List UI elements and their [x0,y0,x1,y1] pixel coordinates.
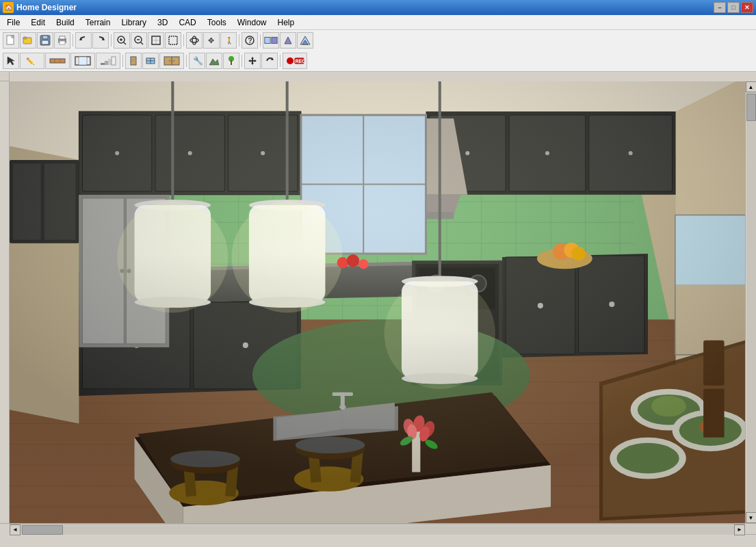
scrollbar-vertical[interactable]: ▲ ▼ [745,81,756,523]
status-bar [0,534,756,547]
menu-edit[interactable]: Edit [25,15,51,29]
svg-text:🔧: 🔧 [193,55,203,66]
separator-6 [121,53,125,69]
scroll-track-vertical[interactable] [746,92,756,512]
title-bar: 🏠 Home Designer – □ ✕ [0,0,756,15]
room-tool[interactable] [70,53,95,69]
floorplan-button[interactable] [263,32,279,49]
ruler-top [10,72,756,81]
viewport-row: ▲ ▼ [0,81,756,523]
window-controls: – □ ✕ [714,2,753,13]
scroll-thumb-horizontal[interactable] [22,525,63,535]
minimize-button[interactable]: – [714,2,726,13]
maximize-button[interactable]: □ [727,2,740,13]
main-area: ▲ ▼ ◄ ► [0,72,756,534]
redo-button[interactable] [92,32,109,49]
bottom-row: ◄ ► [0,523,756,534]
svg-point-53 [173,60,175,62]
scroll-thumb-vertical[interactable] [746,94,756,121]
svg-rect-5 [42,36,48,39]
camera-button[interactable] [297,32,313,49]
svg-rect-40 [79,57,87,65]
menu-file[interactable]: File [1,15,25,29]
move-tool[interactable] [244,53,261,69]
menu-terrain[interactable]: Terrain [80,15,116,29]
svg-rect-57 [231,60,232,65]
ruler-left [0,81,10,523]
svg-rect-42 [105,61,108,65]
svg-point-24 [192,36,196,44]
menu-build[interactable]: Build [51,15,80,29]
menu-library[interactable]: Library [116,15,152,29]
scroll-track-horizontal[interactable] [21,525,734,535]
open-button[interactable] [20,32,36,49]
menu-tools[interactable]: Tools [202,15,232,29]
zoom-in-button[interactable] [114,32,130,49]
svg-rect-6 [42,40,49,44]
svg-marker-55 [209,59,219,65]
print-button[interactable] [54,32,70,49]
help-button[interactable]: ? [242,32,258,49]
viewport-3d[interactable] [10,81,745,523]
draw-tool[interactable]: ✏️ [20,53,44,69]
scroll-up-button[interactable]: ▲ [746,81,757,92]
svg-rect-8 [60,36,65,39]
menu-window[interactable]: Window [232,15,272,29]
svg-text:🚶: 🚶 [225,36,234,45]
separator-7 [185,53,188,69]
svg-point-60 [287,57,294,64]
rotate-tool[interactable] [261,53,278,69]
scrollbar-horizontal[interactable]: ◄ ► [10,524,745,535]
svg-line-15 [124,42,126,44]
scroll-left-button[interactable]: ◄ [10,524,21,535]
perspective-button[interactable] [280,32,296,49]
record-button[interactable]: REC [283,53,307,69]
zoom-fit-button[interactable] [148,32,164,49]
save-button[interactable] [37,32,53,49]
ruler-bottom-corner [0,524,10,535]
svg-point-46 [135,60,136,62]
svg-rect-225 [10,81,745,523]
window-title: Home Designer [16,3,714,12]
svg-rect-36 [50,59,65,63]
app-icon: 🏠 [3,2,14,13]
separator-9 [278,53,282,69]
ruler-top-row [0,72,756,81]
wall-tool[interactable] [45,53,70,69]
svg-text:✏️: ✏️ [26,57,35,66]
scrollbar-corner [745,524,756,534]
content-wrapper: ▲ ▼ ◄ ► [0,72,756,534]
orbit-button[interactable] [186,32,203,49]
fixture-tool[interactable]: 🔧 [189,53,205,69]
menu-cad[interactable]: CAD [173,15,201,29]
cabinet-tool[interactable] [159,53,184,69]
new-button[interactable] [3,32,19,49]
ruler-corner [0,72,10,81]
svg-text:REC: REC [296,59,305,64]
plant-tool[interactable] [223,53,239,69]
close-button[interactable]: ✕ [741,2,753,13]
door-tool[interactable] [125,53,142,69]
scroll-down-button[interactable]: ▼ [746,512,757,523]
svg-marker-34 [8,57,14,65]
svg-rect-3 [23,37,27,39]
svg-rect-1 [12,36,14,38]
svg-rect-64 [0,81,10,523]
svg-rect-41 [101,63,105,65]
window-tool[interactable] [142,53,159,69]
terrain-tool[interactable] [206,53,222,69]
separator-1 [71,32,75,49]
stair-tool[interactable] [96,53,120,69]
svg-rect-9 [60,41,65,44]
svg-point-52 [169,60,171,62]
zoom-out-button[interactable] [131,32,147,49]
walk-button[interactable]: 🚶 [220,32,237,49]
undo-button[interactable] [75,32,92,49]
zoom-sel-button[interactable] [165,32,181,49]
scroll-right-button[interactable]: ► [734,524,745,535]
menu-3d[interactable]: 3D [152,15,173,29]
select-tool[interactable] [3,53,19,69]
pan-button[interactable]: ✥ [203,32,220,49]
menu-help[interactable]: Help [272,15,300,29]
svg-rect-43 [108,59,112,65]
